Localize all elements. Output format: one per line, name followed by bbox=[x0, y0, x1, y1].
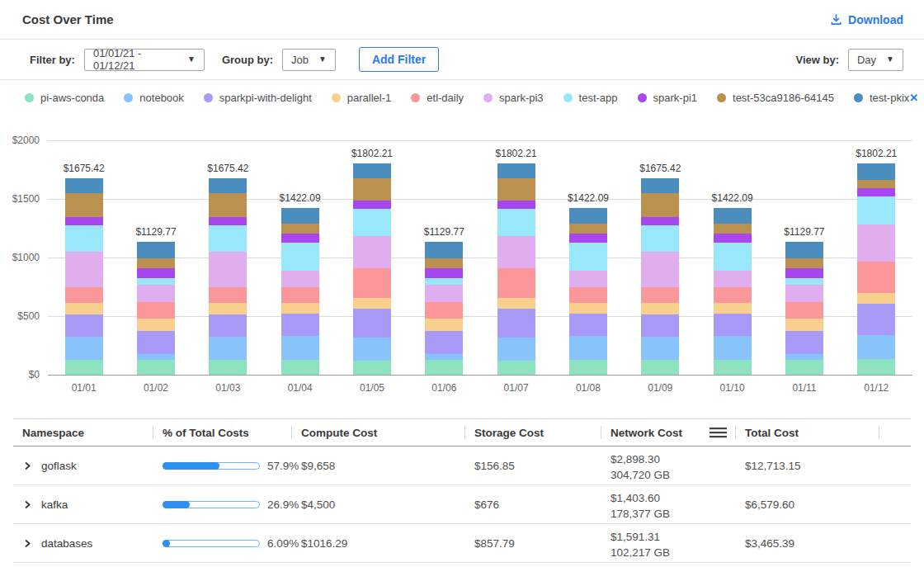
segment-test-pkix[interactable] bbox=[353, 163, 391, 178]
stacked-bar[interactable] bbox=[65, 178, 103, 375]
segment-sparkpi-with-delight[interactable] bbox=[714, 314, 752, 336]
segment-test-app[interactable] bbox=[785, 278, 823, 285]
segment-parallel-1[interactable] bbox=[785, 319, 823, 332]
download-button[interactable]: Download bbox=[830, 13, 903, 26]
segment-etl-daily[interactable] bbox=[65, 287, 103, 303]
segment-sparkpi-with-delight[interactable] bbox=[785, 331, 823, 354]
segment-parallel-1[interactable] bbox=[569, 303, 607, 314]
segment-spark-pi1[interactable] bbox=[209, 217, 247, 226]
segment-pi-aws-conda[interactable] bbox=[785, 360, 823, 376]
group-by-select[interactable]: Job ▼ bbox=[282, 49, 336, 71]
segment-test-53ca9186-64145[interactable] bbox=[641, 193, 679, 217]
stacked-bar[interactable] bbox=[857, 163, 895, 375]
segment-spark-pi3[interactable] bbox=[785, 285, 823, 302]
deselect-all-button[interactable]: ✕ Deselect All bbox=[909, 86, 924, 111]
segment-test-53ca9186-64145[interactable] bbox=[209, 193, 247, 217]
segment-etl-daily[interactable] bbox=[714, 287, 752, 303]
segment-test-pkix[interactable] bbox=[569, 208, 607, 224]
segment-test-pkix[interactable] bbox=[425, 242, 463, 258]
segment-spark-pi3[interactable] bbox=[353, 236, 391, 268]
segment-notebook[interactable] bbox=[353, 338, 391, 361]
segment-pi-aws-conda[interactable] bbox=[137, 360, 175, 376]
segment-spark-pi1[interactable] bbox=[353, 201, 391, 210]
chevron-right-icon[interactable] bbox=[22, 461, 32, 471]
table-row-goflask[interactable]: goflask57.9%$9,658$156.85$2,898.30304,72… bbox=[13, 447, 911, 485]
segment-spark-pi3[interactable] bbox=[137, 285, 175, 302]
stacked-bar[interactable] bbox=[785, 242, 823, 375]
stacked-bar[interactable] bbox=[569, 208, 607, 375]
segment-etl-daily[interactable] bbox=[785, 302, 823, 319]
segment-test-53ca9186-64145[interactable] bbox=[353, 178, 391, 201]
segment-pi-aws-conda[interactable] bbox=[65, 360, 103, 375]
date-range-select[interactable]: 01/01/21 - 01/12/21 ▼ bbox=[84, 49, 205, 71]
segment-spark-pi3[interactable] bbox=[641, 252, 679, 287]
segment-sparkpi-with-delight[interactable] bbox=[281, 314, 319, 336]
segment-test-app[interactable] bbox=[857, 196, 895, 224]
segment-test-app[interactable] bbox=[209, 225, 247, 252]
legend-item-notebook[interactable]: notebook bbox=[124, 92, 184, 104]
segment-etl-daily[interactable] bbox=[209, 287, 247, 303]
segment-spark-pi3[interactable] bbox=[714, 271, 752, 287]
segment-pi-aws-conda[interactable] bbox=[497, 361, 535, 376]
segment-test-pkix[interactable] bbox=[137, 242, 175, 258]
segment-parallel-1[interactable] bbox=[65, 303, 103, 314]
segment-test-app[interactable] bbox=[569, 243, 607, 271]
segment-test-app[interactable] bbox=[497, 209, 535, 236]
segment-pi-aws-conda[interactable] bbox=[425, 360, 463, 376]
segment-spark-pi3[interactable] bbox=[425, 285, 463, 302]
segment-test-53ca9186-64145[interactable] bbox=[714, 224, 752, 234]
segment-test-53ca9186-64145[interactable] bbox=[857, 180, 895, 188]
segment-parallel-1[interactable] bbox=[209, 303, 247, 314]
segment-notebook[interactable] bbox=[714, 336, 752, 360]
segment-parallel-1[interactable] bbox=[857, 293, 895, 304]
segment-test-pkix[interactable] bbox=[65, 178, 103, 193]
segment-notebook[interactable] bbox=[281, 336, 319, 360]
segment-spark-pi1[interactable] bbox=[137, 268, 175, 278]
legend-item-spark-pi1[interactable]: spark-pi1 bbox=[638, 92, 697, 104]
segment-spark-pi3[interactable] bbox=[281, 271, 319, 287]
segment-etl-daily[interactable] bbox=[569, 287, 607, 303]
segment-test-53ca9186-64145[interactable] bbox=[785, 258, 823, 268]
segment-etl-daily[interactable] bbox=[281, 287, 319, 303]
stacked-bar[interactable] bbox=[714, 208, 752, 375]
segment-parallel-1[interactable] bbox=[425, 319, 463, 332]
segment-test-53ca9186-64145[interactable] bbox=[425, 258, 463, 268]
segment-pi-aws-conda[interactable] bbox=[714, 360, 752, 375]
segment-test-pkix[interactable] bbox=[209, 178, 247, 193]
segment-test-pkix[interactable] bbox=[857, 163, 895, 180]
segment-notebook[interactable] bbox=[641, 337, 679, 360]
segment-test-app[interactable] bbox=[65, 225, 103, 252]
segment-parallel-1[interactable] bbox=[714, 303, 752, 314]
segment-spark-pi3[interactable] bbox=[857, 224, 895, 262]
segment-notebook[interactable] bbox=[65, 337, 103, 360]
segment-test-pkix[interactable] bbox=[641, 178, 679, 193]
segment-pi-aws-conda[interactable] bbox=[857, 359, 895, 375]
segment-sparkpi-with-delight[interactable] bbox=[425, 331, 463, 354]
segment-spark-pi3[interactable] bbox=[569, 271, 607, 287]
segment-test-app[interactable] bbox=[137, 278, 175, 285]
segment-test-53ca9186-64145[interactable] bbox=[281, 224, 319, 234]
segment-test-app[interactable] bbox=[425, 278, 463, 285]
segment-spark-pi1[interactable] bbox=[569, 234, 607, 243]
segment-sparkpi-with-delight[interactable] bbox=[137, 331, 175, 354]
stacked-bar[interactable] bbox=[641, 178, 679, 375]
chevron-right-icon[interactable] bbox=[22, 538, 32, 549]
segment-test-53ca9186-64145[interactable] bbox=[137, 258, 175, 268]
segment-pi-aws-conda[interactable] bbox=[641, 360, 679, 375]
segment-etl-daily[interactable] bbox=[353, 268, 391, 298]
stacked-bar[interactable] bbox=[497, 163, 535, 375]
segment-spark-pi1[interactable] bbox=[497, 201, 535, 210]
segment-sparkpi-with-delight[interactable] bbox=[569, 314, 607, 336]
segment-etl-daily[interactable] bbox=[137, 302, 175, 319]
segment-parallel-1[interactable] bbox=[497, 298, 535, 309]
segment-test-53ca9186-64145[interactable] bbox=[569, 224, 607, 234]
segment-parallel-1[interactable] bbox=[353, 298, 391, 309]
stacked-bar[interactable] bbox=[209, 178, 247, 375]
segment-test-pkix[interactable] bbox=[785, 242, 823, 258]
segment-test-app[interactable] bbox=[353, 209, 391, 236]
segment-sparkpi-with-delight[interactable] bbox=[65, 314, 103, 337]
segment-notebook[interactable] bbox=[857, 335, 895, 360]
segment-test-pkix[interactable] bbox=[497, 163, 535, 178]
legend-item-sparkpi-with-delight[interactable]: sparkpi-with-delight bbox=[204, 92, 312, 104]
segment-spark-pi1[interactable] bbox=[425, 268, 463, 278]
